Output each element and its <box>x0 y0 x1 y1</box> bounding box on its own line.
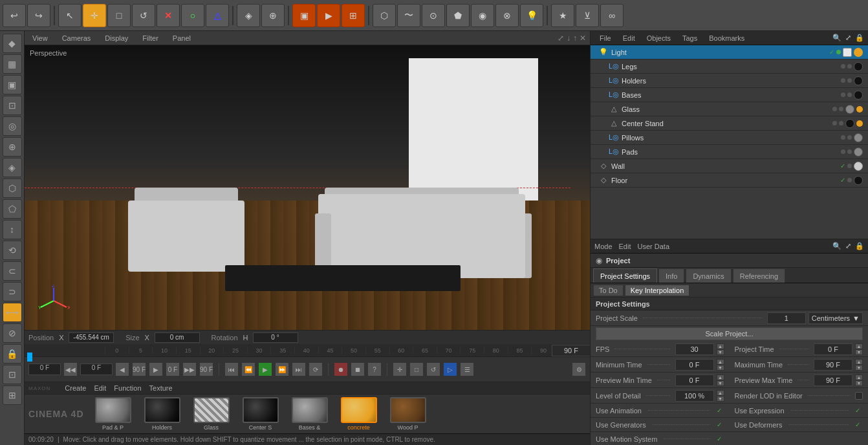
settings-btn[interactable]: ⚙ <box>572 362 586 376</box>
lod-step-dn[interactable]: ▼ <box>717 396 724 402</box>
prevmax-step-dn[interactable]: ▼ <box>855 380 863 386</box>
preview-max-value[interactable]: 90 F <box>814 374 852 386</box>
move-key-btn[interactable]: ✛ <box>393 362 407 376</box>
preview-min-value[interactable]: 0 F <box>675 374 714 386</box>
menu-edit[interactable]: Edit <box>94 384 106 392</box>
render-lod-checkbox[interactable] <box>855 392 863 400</box>
use-anim-check[interactable]: ✓ <box>717 407 724 415</box>
material-glass[interactable]: Glass <box>189 397 234 431</box>
scale-key-btn[interactable]: □ <box>409 362 424 376</box>
menu-create[interactable]: Create <box>65 384 86 392</box>
vp-expand-icon[interactable]: ⤢ <box>558 34 564 43</box>
prevmin-step-up[interactable]: ▲ <box>717 374 724 380</box>
xd-position-value[interactable]: 0 cm <box>155 332 200 343</box>
material-center-s[interactable]: Center S <box>238 397 283 431</box>
tool-environment[interactable]: ◉ <box>471 4 494 27</box>
timeline-btn[interactable]: ☰ <box>460 362 474 376</box>
tool-s10[interactable]: 🔒 <box>3 344 22 364</box>
max-time-stepper[interactable]: ▲ ▼ <box>855 359 863 371</box>
material-holders[interactable]: Holders <box>140 397 185 431</box>
obj-pillows[interactable]: L◎ Pillows <box>591 131 868 145</box>
floor-vis-check[interactable]: ✓ <box>840 177 845 184</box>
max-time-value[interactable]: 90 F <box>814 359 852 371</box>
start-frame-input[interactable]: 0 F <box>80 364 113 375</box>
use-gen-check[interactable]: ✓ <box>717 421 724 429</box>
preview-end-input[interactable]: 90 F <box>199 362 213 376</box>
proj-tab-settings[interactable]: Project Settings <box>593 268 657 283</box>
mode-lock-icon[interactable]: 🔒 <box>855 242 864 250</box>
tool-object[interactable]: ⊕ <box>261 4 285 27</box>
tool-s8[interactable]: ⟷ <box>3 303 22 322</box>
tool-poly[interactable]: ▣ <box>3 75 22 94</box>
ps-scale-btn[interactable]: Scale Project... <box>596 327 863 340</box>
playhead[interactable] <box>27 353 32 362</box>
fps-step-up[interactable]: ▲ <box>717 343 724 349</box>
fps-value[interactable]: 30 <box>675 343 714 355</box>
step-back-btn[interactable]: ⏪ <box>241 362 255 376</box>
tool-scale[interactable]: □ <box>107 4 131 27</box>
use-expr-check[interactable]: ✓ <box>855 407 863 415</box>
obj-glass[interactable]: △ Glass <box>591 102 868 116</box>
redo-btn[interactable]: ↪ <box>27 4 50 27</box>
fps-step-dn[interactable]: ▼ <box>717 349 724 355</box>
vp-tab-display[interactable]: Display <box>101 33 132 43</box>
vp-tab-view[interactable]: View <box>28 33 52 43</box>
proj-tab-dynamics[interactable]: Dynamics <box>686 268 731 283</box>
obj-wall[interactable]: ◇ Wall ✓ <box>591 159 868 173</box>
tool-bend[interactable]: ◎ <box>3 116 22 136</box>
obj-light[interactable]: 💡 Light ✓ <box>591 45 868 60</box>
obj-pads[interactable]: L◎ Pads <box>591 145 868 159</box>
next-frame-btn[interactable]: ▶ <box>149 362 163 376</box>
obj-holders[interactable]: L◎ Holders <box>591 74 868 88</box>
tool-s12[interactable]: ⊞ <box>3 385 22 405</box>
vp-tab-filter[interactable]: Filter <box>138 33 162 43</box>
tool-s4[interactable]: ↕ <box>3 220 22 239</box>
maxt-step-up[interactable]: ▲ <box>855 359 863 365</box>
proj-time-value[interactable]: 0 F <box>814 343 852 355</box>
vp-tab-panel[interactable]: Panel <box>169 33 195 43</box>
vp-up-icon[interactable]: ↑ <box>573 34 577 43</box>
tool-rotate[interactable]: ↺ <box>132 4 155 27</box>
proj-time-stepper[interactable]: ▲ ▼ <box>855 343 863 355</box>
ps-scale-value[interactable]: 1 <box>767 312 806 324</box>
vp-down-icon[interactable]: ↓ <box>567 34 570 43</box>
tool-render[interactable]: ▶ <box>317 4 340 27</box>
mode-tab-edit[interactable]: Edit <box>619 243 631 250</box>
ps-scale-unit[interactable]: Centimeters ▼ <box>808 312 863 324</box>
tool-s5[interactable]: ⟲ <box>3 241 22 260</box>
menu-texture[interactable]: Texture <box>149 384 173 392</box>
loop-btn[interactable]: ⟳ <box>309 362 323 376</box>
mode-tab-userdata[interactable]: User Data <box>638 243 670 250</box>
lock-icon[interactable]: 🔒 <box>855 34 864 42</box>
tool-s7[interactable]: ⊃ <box>3 282 22 301</box>
fps-stepper[interactable]: ▲ ▼ <box>717 343 724 355</box>
mode-tab-mode[interactable]: Mode <box>594 243 613 250</box>
help-btn[interactable]: ? <box>367 362 382 376</box>
vp-close-icon[interactable]: ✕ <box>580 34 586 43</box>
material-concrete[interactable]: concrete <box>336 397 382 431</box>
preview-start-input[interactable]: 0 F <box>166 362 180 376</box>
panel-tab-tags[interactable]: Tags <box>677 33 702 43</box>
mint-step-dn[interactable]: ▼ <box>717 365 724 371</box>
obj-legs[interactable]: L◎ Legs <box>591 60 868 74</box>
rot-key-btn[interactable]: ↺ <box>426 362 440 376</box>
tool-cube[interactable]: ⬡ <box>373 4 396 27</box>
obj-floor[interactable]: ◇ Floor ✓ <box>591 173 868 188</box>
to-end-btn[interactable]: ⏭ <box>292 362 306 376</box>
auto-key-btn[interactable]: ⏹ <box>351 362 365 376</box>
mode-expand-icon[interactable]: ⤢ <box>845 242 851 250</box>
panel-tab-objects[interactable]: Objects <box>642 33 676 43</box>
expand-icon[interactable]: ⤢ <box>845 34 851 42</box>
lod-value[interactable]: 100 % <box>675 390 714 402</box>
maxt-step-dn[interactable]: ▼ <box>855 365 863 371</box>
menu-function[interactable]: Function <box>114 384 141 392</box>
current-frame-input[interactable]: 0 F <box>28 364 61 375</box>
tool-deform[interactable]: ⬟ <box>446 4 470 27</box>
tool-move[interactable]: ✛ <box>83 4 106 27</box>
tool-model[interactable]: ◈ <box>237 4 260 27</box>
tool-nurbs[interactable]: ⊙ <box>422 4 445 27</box>
tool-s6[interactable]: ⊂ <box>3 261 22 281</box>
tool-cursor[interactable]: ↖ <box>58 4 81 27</box>
tool-s11[interactable]: ⊡ <box>3 365 22 384</box>
end-frame-input[interactable]: 90 F <box>132 362 146 376</box>
